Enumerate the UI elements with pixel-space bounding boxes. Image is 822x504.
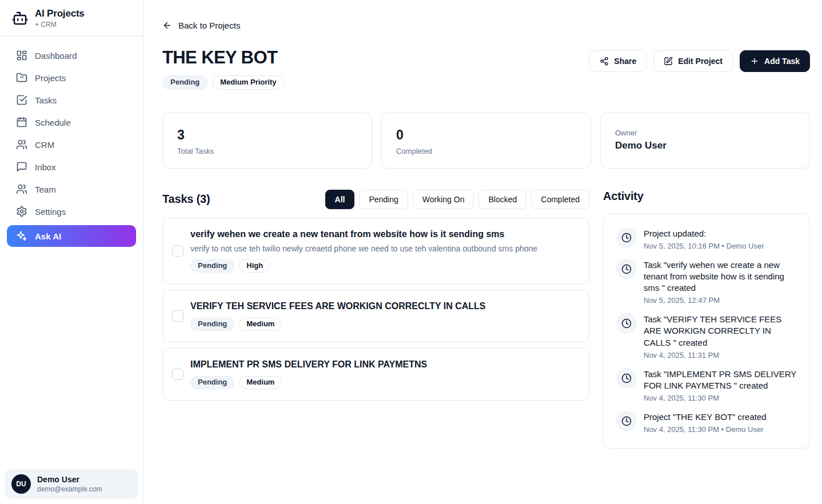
activity-timestamp: Nov 5, 2025, 10:16 PM • Demo User (644, 242, 764, 250)
ask-ai-button[interactable]: Ask AI (7, 225, 136, 247)
sidebar-item[interactable]: Tasks (7, 90, 136, 110)
task-title: IMPLEMENT PR SMS DELIVERY FOR LINK PAYME… (190, 359, 427, 370)
app-title: AI Projects (35, 8, 85, 19)
activity-timestamp: Nov 4, 2025, 11:30 PM • Demo User (644, 425, 767, 434)
task-status-badge: Pending (190, 376, 234, 389)
header-actions: Share Edit Project Add Task (589, 47, 810, 72)
sidebar-item[interactable]: Team (7, 179, 136, 199)
owner-label: Owner (615, 129, 795, 137)
task-filter[interactable]: All (325, 190, 355, 209)
activity-item: Task "verify wehen we create a new tenan… (616, 259, 797, 305)
sidebar-item[interactable]: Dashboard (7, 45, 136, 66)
task-card[interactable]: VERIFY TEH SERVICE FEES ARE WORKIGN CORR… (162, 290, 589, 342)
clock-icon (616, 227, 637, 248)
owner-name: Demo User (615, 140, 795, 151)
users-icon (16, 183, 27, 195)
task-title: verify wehen we create a new tenant from… (190, 229, 537, 239)
main-content: Back to Projects THE KEY BOT Pending Med… (143, 0, 822, 504)
sidebar-item[interactable]: Settings (7, 201, 136, 222)
check-square-icon (16, 94, 27, 106)
folder-icon (16, 72, 27, 83)
task-card[interactable]: verify wehen we create a new tenant from… (162, 218, 589, 284)
message-icon (16, 161, 27, 173)
stats-row: 3 Total Tasks 0 Completed Owner Demo Use… (162, 113, 810, 169)
activity-text: Project updated: (644, 227, 764, 239)
back-label: Back to Projects (178, 21, 240, 30)
activity-timestamp: Nov 4, 2025, 11:31 PM (644, 351, 797, 359)
sidebar-item[interactable]: Schedule (7, 112, 136, 133)
robot-icon (11, 10, 29, 27)
activity-text: Task "IMPLEMENT PR SMS DELIVERY FOR LINK… (644, 368, 797, 391)
tasks-heading: Tasks (3) (162, 193, 210, 206)
task-description: verify to not use teh twilio newly creae… (190, 244, 537, 253)
clock-icon (616, 259, 637, 279)
task-filter[interactable]: Working On (413, 190, 474, 209)
share-button[interactable]: Share (589, 50, 647, 72)
clock-icon (616, 411, 637, 431)
sidebar-item[interactable]: Inbox (7, 157, 136, 177)
activity-timestamp: Nov 5, 2025, 12:47 PM (644, 296, 797, 305)
sidebar-item-label: Dashboard (35, 51, 77, 61)
user-profile[interactable]: DU Demo User demo@example.com (5, 469, 138, 499)
avatar: DU (11, 474, 31, 494)
task-checkbox[interactable] (172, 369, 183, 380)
activity-feed: Project updated: Nov 5, 2025, 10:16 PM •… (603, 213, 810, 449)
completed-value: 0 (396, 129, 576, 142)
app-logo: AI Projects + CRM (0, 0, 143, 37)
activity-section: Activity Project updated: Nov 5, 2025, 1… (603, 190, 810, 449)
activity-item: Project updated: Nov 5, 2025, 10:16 PM •… (616, 227, 797, 250)
task-filter[interactable]: Blocked (478, 190, 526, 209)
ask-ai-label: Ask AI (35, 231, 61, 241)
sparkles-icon (16, 230, 27, 242)
activity-item: Task "VERIFY TEH SERVICE FEES ARE WORKIG… (616, 313, 797, 359)
page-title: THE KEY BOT (162, 47, 285, 68)
sidebar-item-label: Team (35, 185, 56, 194)
completed-card: 0 Completed (381, 113, 591, 169)
completed-label: Completed (396, 147, 576, 155)
task-checkbox[interactable] (172, 310, 183, 322)
total-tasks-card: 3 Total Tasks (162, 113, 372, 169)
sidebar-item[interactable]: CRM (7, 134, 136, 155)
status-badge: Pending (162, 75, 208, 90)
task-checkbox[interactable] (172, 245, 183, 257)
activity-timestamp: Nov 4, 2025, 11:30 PM (644, 394, 797, 402)
activity-text: Task "verify wehen we create a new tenan… (644, 259, 797, 294)
edit-project-button[interactable]: Edit Project (653, 50, 733, 72)
task-list: verify wehen we create a new tenant from… (162, 218, 589, 401)
activity-heading: Activity (603, 190, 810, 203)
task-priority-badge: Medium (239, 376, 282, 389)
task-card[interactable]: IMPLEMENT PR SMS DELIVERY FOR LINK PAYME… (162, 348, 589, 401)
edit-icon (664, 57, 673, 66)
sidebar-item-label: Inbox (35, 162, 56, 172)
task-priority-badge: Medium (239, 318, 282, 331)
sidebar-item-label: Schedule (35, 118, 71, 127)
arrow-left-icon (162, 21, 172, 30)
total-tasks-value: 3 (177, 129, 357, 142)
user-name: Demo User (37, 475, 102, 484)
plus-icon (750, 57, 759, 66)
app-subtitle: + CRM (35, 21, 85, 29)
task-status-badge: Pending (190, 259, 234, 273)
task-status-badge: Pending (190, 318, 234, 331)
add-task-button[interactable]: Add Task (740, 50, 810, 72)
priority-badge: Medium Priority (212, 75, 284, 90)
activity-item: Task "IMPLEMENT PR SMS DELIVERY FOR LINK… (616, 368, 797, 402)
sidebar-item-label: CRM (35, 140, 54, 150)
user-email: demo@example.com (37, 485, 102, 493)
sidebar: AI Projects + CRM Dashboard Projects Tas… (0, 0, 143, 504)
task-filter[interactable]: Completed (531, 190, 589, 209)
back-to-projects-link[interactable]: Back to Projects (162, 21, 240, 30)
owner-card: Owner Demo User (600, 113, 810, 169)
share-icon (600, 57, 609, 66)
dashboard-icon (16, 50, 27, 61)
task-filter[interactable]: Pending (359, 190, 408, 209)
clock-icon (616, 313, 637, 334)
page-header: THE KEY BOT Pending Medium Priority Shar… (162, 47, 810, 90)
sidebar-item[interactable]: Projects (7, 67, 136, 88)
gear-icon (16, 206, 27, 217)
activity-item: Project "THE KEY BOT" created Nov 4, 202… (616, 411, 797, 434)
sidebar-item-label: Tasks (35, 95, 57, 105)
task-title: VERIFY TEH SERVICE FEES ARE WORKIGN CORR… (190, 301, 486, 311)
task-filters: All Pending Working On Blocked Completed (325, 190, 589, 209)
total-tasks-label: Total Tasks (177, 147, 357, 155)
